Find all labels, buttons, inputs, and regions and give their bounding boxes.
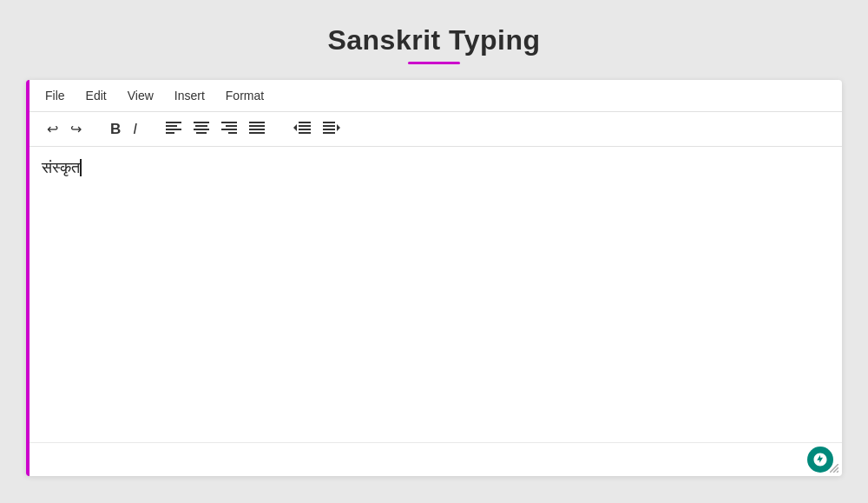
svg-rect-1 [166, 125, 177, 127]
redo-icon: ↪ [70, 122, 82, 136]
svg-rect-24 [323, 132, 335, 134]
align-justify-button[interactable] [244, 117, 270, 141]
italic-button[interactable]: I [128, 118, 142, 140]
align-left-icon [166, 121, 181, 137]
svg-rect-13 [249, 125, 265, 127]
indent-group [288, 117, 345, 141]
indent-decrease-icon [293, 121, 311, 137]
editor-wrapper: File Edit View Insert Format ↩ ↪ B I [26, 80, 842, 476]
svg-marker-25 [337, 124, 340, 131]
menu-file[interactable]: File [42, 87, 69, 104]
indent-increase-icon [323, 121, 340, 137]
svg-rect-5 [195, 125, 207, 127]
svg-rect-7 [196, 132, 207, 134]
resize-handle[interactable] [830, 464, 840, 474]
menu-bar: File Edit View Insert Format [30, 80, 842, 112]
align-center-button[interactable] [188, 117, 214, 141]
svg-rect-22 [323, 125, 335, 127]
align-justify-icon [249, 121, 265, 137]
svg-rect-12 [249, 122, 265, 123]
italic-icon: I [133, 122, 137, 136]
svg-rect-15 [249, 132, 265, 134]
text-cursor [80, 159, 82, 176]
svg-rect-18 [299, 129, 311, 130]
menu-format[interactable]: Format [222, 87, 267, 104]
align-center-icon [194, 121, 209, 137]
svg-rect-10 [221, 129, 237, 130]
svg-rect-3 [166, 132, 174, 134]
bold-icon: B [110, 122, 121, 136]
svg-rect-6 [194, 129, 209, 130]
align-right-icon [221, 121, 237, 137]
page-title: Sanskrit Typing [0, 24, 868, 56]
svg-rect-9 [226, 125, 237, 127]
svg-rect-17 [299, 125, 311, 127]
menu-edit[interactable]: Edit [82, 87, 110, 104]
editor-text: संस्कृत [42, 159, 80, 176]
svg-rect-14 [249, 129, 265, 130]
sep-1 [95, 120, 96, 139]
editor-footer [30, 442, 842, 476]
indent-decrease-button[interactable] [288, 117, 316, 141]
svg-marker-20 [293, 124, 297, 131]
title-underline [408, 62, 460, 64]
align-left-button[interactable] [161, 117, 187, 141]
editor-content-area[interactable]: संस्कृत [30, 147, 842, 442]
svg-rect-16 [299, 122, 311, 123]
undo-redo-group: ↩ ↪ [42, 119, 87, 140]
align-right-button[interactable] [216, 117, 242, 141]
menu-view[interactable]: View [124, 87, 157, 104]
helper-icon [812, 452, 828, 467]
svg-line-28 [837, 471, 838, 473]
sep-2 [151, 120, 152, 139]
undo-icon: ↩ [47, 122, 58, 136]
svg-rect-0 [166, 122, 181, 123]
sep-3 [279, 120, 279, 139]
toolbar: ↩ ↪ B I [30, 112, 842, 147]
svg-rect-8 [221, 122, 237, 123]
align-group [161, 117, 270, 141]
redo-button[interactable]: ↪ [65, 119, 87, 140]
svg-rect-21 [323, 122, 335, 123]
svg-rect-11 [228, 132, 237, 134]
menu-insert[interactable]: Insert [171, 87, 208, 104]
svg-rect-4 [194, 122, 209, 123]
svg-rect-19 [299, 132, 311, 134]
format-group: B I [105, 118, 142, 140]
svg-rect-2 [166, 129, 181, 130]
svg-rect-23 [323, 129, 335, 130]
undo-button[interactable]: ↩ [42, 119, 63, 140]
indent-increase-button[interactable] [318, 117, 345, 141]
bold-button[interactable]: B [105, 118, 126, 140]
page-title-container: Sanskrit Typing [0, 0, 868, 80]
